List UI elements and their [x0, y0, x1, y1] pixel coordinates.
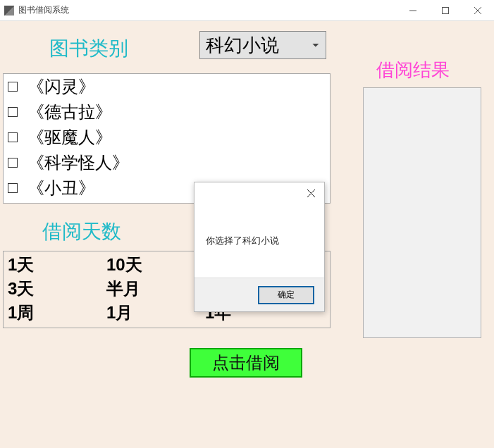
checkbox[interactable]: [8, 82, 18, 92]
book-title: 《德古拉》: [27, 101, 112, 123]
minimize-button[interactable]: [397, 0, 429, 21]
days-option[interactable]: 1周: [8, 301, 106, 325]
days-option[interactable]: 10天: [106, 253, 205, 277]
borrow-button[interactable]: 点击借阅: [190, 348, 302, 378]
app-icon: [4, 6, 14, 15]
result-list[interactable]: [363, 87, 481, 338]
book-title: 《科学怪人》: [27, 151, 129, 174]
checkbox[interactable]: [8, 107, 18, 117]
category-select[interactable]: 科幻小说 ⏷: [199, 31, 326, 59]
category-label: 图书类别: [49, 35, 128, 62]
dialog-footer: 确定: [194, 278, 324, 311]
window-title: 图书借阅系统: [18, 4, 69, 16]
days-option[interactable]: 半月: [106, 277, 205, 301]
book-title: 《闪灵》: [27, 75, 95, 98]
checkbox[interactable]: [8, 183, 18, 193]
result-label: 借阅结果: [376, 58, 450, 82]
close-button[interactable]: [462, 0, 494, 21]
chevron-down-icon: ⏷: [311, 40, 320, 50]
checkbox[interactable]: [8, 132, 18, 142]
list-item[interactable]: 《科学怪人》: [4, 150, 330, 175]
list-item[interactable]: 《驱魔人》: [4, 125, 330, 150]
client-area: 图书类别 科幻小说 ⏷ 《闪灵》 《德古拉》 《驱魔人》 《科学怪人》: [0, 21, 494, 448]
days-label: 借阅天数: [42, 218, 121, 245]
message-dialog: 你选择了科幻小说 确定: [194, 182, 325, 312]
svg-rect-1: [443, 7, 449, 13]
dialog-message: 你选择了科幻小说: [194, 204, 324, 278]
list-item[interactable]: 《德古拉》: [4, 99, 330, 125]
days-option[interactable]: 3天: [8, 277, 106, 301]
list-item[interactable]: 《闪灵》: [4, 74, 330, 99]
checkbox[interactable]: [8, 158, 18, 168]
book-title: 《驱魔人》: [27, 126, 112, 149]
category-selected-value: 科幻小说: [206, 33, 279, 58]
dialog-ok-button[interactable]: 确定: [258, 286, 314, 304]
maximize-button[interactable]: [429, 0, 462, 21]
dialog-titlebar: [194, 182, 324, 204]
window-titlebar: 图书借阅系统: [0, 0, 494, 21]
days-option[interactable]: 1月: [106, 301, 205, 325]
days-option[interactable]: 1天: [8, 253, 106, 277]
dialog-close-button[interactable]: [302, 185, 320, 201]
book-title: 《小丑》: [27, 177, 95, 199]
